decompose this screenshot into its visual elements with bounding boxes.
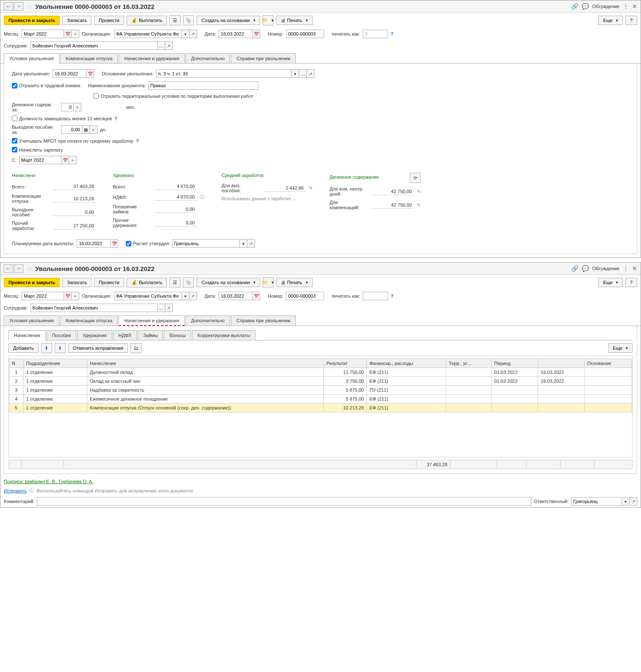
- move-up-button[interactable]: ⬆: [41, 343, 52, 353]
- calendar-icon[interactable]: 📅: [64, 292, 72, 300]
- pay-button[interactable]: 💰Выплатить: [127, 16, 167, 25]
- approved-checkbox[interactable]: Расчет утвердил: [126, 241, 169, 246]
- calendar-icon[interactable]: 📅: [111, 239, 118, 248]
- attach-button[interactable]: 📎: [183, 277, 194, 288]
- calendar-icon[interactable]: 📅: [253, 30, 260, 38]
- save-button[interactable]: Записать: [62, 278, 92, 287]
- menu-icon[interactable]: ⋮: [623, 3, 629, 10]
- edit-icon[interactable]: ✎: [417, 189, 421, 194]
- spinner-icon[interactable]: ÷: [74, 103, 81, 111]
- basis-input[interactable]: [156, 69, 291, 78]
- table-header[interactable]: Терр., ус...: [446, 359, 491, 368]
- calendar-icon[interactable]: 📅: [86, 69, 94, 78]
- spinner-icon[interactable]: ÷: [72, 30, 79, 38]
- table-header[interactable]: Результат: [324, 359, 367, 368]
- accrue-salary-checkbox[interactable]: Начислить зарплату: [12, 147, 63, 152]
- dismiss-date-input[interactable]: [53, 69, 86, 78]
- save-button[interactable]: Записать: [62, 16, 92, 25]
- open-icon[interactable]: ↗: [247, 239, 255, 248]
- favorite-icon[interactable]: ☆: [27, 3, 33, 11]
- info-icon[interactable]: ⓘ: [200, 194, 205, 200]
- month-input[interactable]: [22, 30, 64, 38]
- table-row[interactable]: 41 отделениеЕжемесячное денежное поощрен…: [9, 395, 632, 404]
- list-button[interactable]: ☰: [169, 277, 180, 288]
- calc-icon[interactable]: ▦: [82, 125, 90, 134]
- responsible-input[interactable]: [571, 497, 622, 506]
- open-icon[interactable]: ↗: [307, 69, 314, 78]
- card-button[interactable]: 🗂: [130, 343, 142, 353]
- doc-name-input[interactable]: [148, 81, 258, 90]
- menu-icon[interactable]: ⋮: [623, 265, 629, 272]
- tab-conditions[interactable]: Условия увольнения: [4, 315, 59, 326]
- dropdown-icon[interactable]: ▾: [182, 292, 189, 300]
- tab-references[interactable]: Справки при увольнении: [231, 315, 296, 326]
- number-input[interactable]: [286, 30, 324, 38]
- subtab-contrib[interactable]: Взносы: [164, 330, 191, 340]
- table-header[interactable]: N: [9, 359, 24, 368]
- mrot-checkbox[interactable]: Учитывать МРОТ при оплате по среднему за…: [12, 138, 133, 144]
- tab-conditions[interactable]: Условия увольнения: [4, 53, 59, 64]
- add-button[interactable]: Добавить: [8, 343, 39, 353]
- print-as-input[interactable]: [363, 292, 388, 300]
- subtab-corrections[interactable]: Корректировки выплаты: [192, 330, 255, 340]
- table-header[interactable]: [538, 359, 585, 368]
- dropdown-icon[interactable]: ▾: [291, 69, 299, 78]
- more-dots-icon[interactable]: …: [158, 304, 165, 312]
- forward-button[interactable]: →: [14, 264, 23, 273]
- open-icon[interactable]: ↗: [165, 41, 173, 50]
- dropdown-icon[interactable]: ▾: [182, 30, 189, 38]
- back-button[interactable]: ←: [4, 2, 13, 11]
- tab-accruals[interactable]: Начисления и удержания: [119, 53, 185, 63]
- cancel-corrections-button[interactable]: Отменить исправления: [68, 343, 128, 353]
- help-icon[interactable]: ?: [391, 31, 394, 36]
- discussion-label[interactable]: Обсуждение: [592, 266, 619, 271]
- open-icon[interactable]: ↗: [165, 304, 173, 312]
- employee-input[interactable]: [31, 304, 158, 312]
- subtab-withholdings[interactable]: Удержания: [77, 330, 112, 340]
- open-icon[interactable]: ↗: [189, 292, 197, 300]
- table-header[interactable]: Начисление: [87, 359, 324, 368]
- post-and-close-button[interactable]: Провести и закрыть: [4, 16, 60, 25]
- tab-additional[interactable]: Дополнительно: [186, 53, 230, 63]
- close-icon[interactable]: ✕: [632, 265, 637, 272]
- org-input[interactable]: [114, 30, 182, 38]
- link-icon[interactable]: 🔗: [571, 265, 578, 272]
- employee-input[interactable]: [31, 41, 158, 50]
- spinner-icon[interactable]: ÷: [72, 292, 79, 300]
- tab-vacation-comp[interactable]: Компенсации отпуска: [60, 53, 118, 63]
- discussion-icon[interactable]: 💬: [582, 265, 589, 272]
- open-icon[interactable]: ↗: [189, 30, 197, 38]
- help-icon[interactable]: ?: [114, 116, 117, 121]
- spinner-icon[interactable]: ÷: [69, 156, 77, 164]
- create-based-button[interactable]: Создать на основании: [197, 16, 260, 25]
- open-icon[interactable]: ↗: [630, 497, 637, 506]
- reflect-workbook-checkbox[interactable]: Отразить в трудовой книжке: [12, 83, 80, 88]
- table-row[interactable]: 21 отделениеОклад за классный чин3 750,0…: [9, 377, 632, 386]
- attach-button[interactable]: 📎: [183, 15, 194, 25]
- close-icon[interactable]: ✕: [632, 3, 637, 10]
- help-button[interactable]: ?: [625, 278, 637, 287]
- calendar-icon[interactable]: 📅: [253, 292, 260, 300]
- planned-date-input[interactable]: [77, 239, 111, 248]
- table-header[interactable]: Финансир., расходы: [366, 359, 446, 368]
- tab-references[interactable]: Справки при увольнении: [231, 53, 296, 63]
- folder-button[interactable]: 📁: [263, 15, 274, 25]
- table-header[interactable]: Подразделение: [23, 359, 87, 368]
- print-as-input[interactable]: [363, 30, 388, 38]
- table-header[interactable]: Основание: [585, 359, 632, 368]
- favorite-icon[interactable]: ☆: [27, 265, 33, 273]
- more-button[interactable]: Еще: [608, 343, 633, 353]
- help-icon[interactable]: ?: [391, 293, 394, 299]
- subtab-loans[interactable]: Займы: [138, 330, 163, 340]
- signs-link[interactable]: Подписи: Шабалин Е. В., Горбачева О. А.: [4, 479, 93, 484]
- position-less12-checkbox[interactable]: Должность замещалась менее 12 месяцев: [12, 116, 112, 121]
- edit-icon[interactable]: ✎: [309, 185, 313, 191]
- more-button[interactable]: Еще: [598, 16, 622, 25]
- help-button[interactable]: ?: [625, 16, 637, 25]
- severance-input[interactable]: [61, 125, 82, 134]
- move-down-button[interactable]: ⬇: [55, 343, 66, 353]
- dropdown-icon[interactable]: ▾: [240, 239, 247, 248]
- table-header[interactable]: Период: [491, 359, 538, 368]
- spinner-icon[interactable]: ÷: [90, 125, 97, 134]
- subtab-ndfl[interactable]: НДФЛ: [113, 330, 137, 340]
